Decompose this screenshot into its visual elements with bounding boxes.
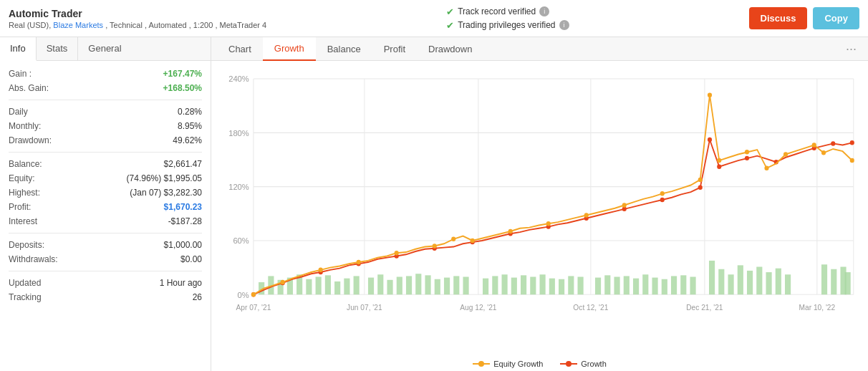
svg-rect-56 [595,278,601,295]
chart-tab-chart[interactable]: Chart [217,38,263,60]
svg-point-102 [319,268,323,272]
tracking-label: Tracking [9,292,42,302]
interest-label: Interest [9,216,37,226]
deposits-value: $1,000.00 [164,240,202,250]
svg-rect-54 [568,276,574,294]
gain-label: Gain : [9,69,32,79]
tab-info[interactable]: Info [0,37,37,61]
svg-point-107 [471,238,475,243]
svg-point-106 [451,237,455,241]
svg-rect-62 [652,278,657,295]
withdrawals-label: Withdrawals: [9,254,58,264]
verification-section: ✔ Track record verified i ✔ Trading priv… [446,6,569,31]
balance-label: Balance: [9,159,42,169]
stat-balance: Balance: $2,661.47 [9,157,202,171]
svg-rect-33 [354,276,360,294]
stat-updated: Updated 1 Hour ago [9,276,202,290]
chart-tab-growth[interactable]: Growth [263,37,316,61]
svg-rect-44 [463,277,468,295]
svg-rect-52 [549,279,555,295]
page-title: Automic Trader [9,8,266,19]
chart-tab-profit[interactable]: Profit [372,38,417,60]
svg-rect-63 [662,279,667,295]
svg-rect-46 [492,276,498,294]
balance-value: $2,661.47 [164,159,202,169]
monthly-value: 8.95% [178,121,202,131]
check-icon-1: ✔ [446,6,454,17]
deposits-label: Deposits: [9,240,44,250]
svg-text:Dec 21, '21: Dec 21, '21 [686,304,723,312]
svg-point-116 [745,150,749,154]
svg-rect-37 [397,277,402,295]
svg-point-99 [850,140,854,145]
right-panel: Chart Growth Balance Profit Drawdown ···… [211,37,868,371]
chart-tab-bar: Chart Growth Balance Profit Drawdown ··· [211,37,868,61]
svg-rect-73 [766,272,771,294]
svg-point-104 [395,251,399,255]
stat-deposits: Deposits: $1,000.00 [9,238,202,252]
svg-rect-42 [444,278,450,295]
svg-point-118 [783,152,788,156]
svg-point-117 [764,166,768,170]
svg-text:120%: 120% [228,183,249,191]
tab-general[interactable]: General [78,37,131,60]
svg-rect-77 [831,269,836,294]
withdrawals-value: $0.00 [180,254,202,264]
svg-rect-65 [680,275,686,294]
subtitle-prefix: Real (USD), [9,21,51,29]
tracking-value: 26 [193,292,202,302]
svg-point-119 [812,143,816,147]
main-layout: Info Stats General Gain : +167.47% Abs. … [0,37,868,371]
svg-rect-70 [738,265,743,294]
svg-rect-41 [435,279,440,295]
svg-rect-47 [501,274,507,294]
svg-rect-50 [530,277,536,295]
svg-rect-32 [344,279,349,295]
highest-value: (Jan 07) $3,282.30 [130,188,202,198]
svg-rect-59 [624,276,630,294]
svg-point-101 [281,280,285,284]
drawdown-label: Drawdown: [9,135,52,145]
growth-legend-label: Growth [581,360,606,368]
svg-point-105 [433,244,437,248]
info-icon-2[interactable]: i [559,20,569,30]
discuss-button[interactable]: Discuss [749,7,808,29]
stat-gain: Gain : +167.47% [9,67,202,81]
svg-text:Mar 10, '22: Mar 10, '22 [799,304,836,312]
page-header: Automic Trader Real (USD), Blaze Markets… [0,0,868,37]
svg-point-115 [717,158,721,163]
stat-withdrawals: Withdrawals: $0.00 [9,252,202,266]
stat-monthly: Monthly: 8.95% [9,119,202,133]
left-tab-bar: Info Stats General [0,37,211,61]
header-actions: Discuss Copy [749,7,859,29]
more-options-button[interactable]: ··· [840,39,862,59]
profit-value: $1,670.23 [164,202,202,212]
svg-text:Apr 07, '21: Apr 07, '21 [236,304,271,312]
svg-point-121 [850,158,854,163]
svg-rect-38 [406,276,412,294]
svg-rect-39 [415,274,421,294]
stat-daily: Daily 0.28% [9,105,202,119]
profit-label: Profit: [9,202,31,212]
info-icon-1[interactable]: i [539,6,549,16]
highest-label: Highest: [9,188,40,198]
page-subtitle: Real (USD), Blaze Markets , Technical , … [9,21,266,29]
svg-rect-28 [306,279,312,295]
verify-privileges-text: Trading privileges verified [458,20,555,30]
svg-rect-58 [614,277,619,295]
chart-tab-drawdown[interactable]: Drawdown [417,38,483,60]
chart-tab-balance[interactable]: Balance [316,38,372,60]
copy-button[interactable]: Copy [813,7,859,29]
svg-rect-60 [633,279,639,295]
svg-point-98 [831,141,835,145]
subtitle-link[interactable]: Blaze Markets [53,21,103,29]
svg-rect-29 [316,277,322,295]
chart-legend: Equity Growth Growth [211,357,868,371]
tab-stats[interactable]: Stats [37,37,79,60]
left-panel: Info Stats General Gain : +167.47% Abs. … [0,37,211,371]
equity-value: (74.96%) $1,995.05 [127,173,202,183]
svg-point-114 [708,92,712,97]
svg-rect-64 [671,276,677,294]
svg-point-125 [566,361,572,367]
svg-rect-66 [690,277,695,295]
